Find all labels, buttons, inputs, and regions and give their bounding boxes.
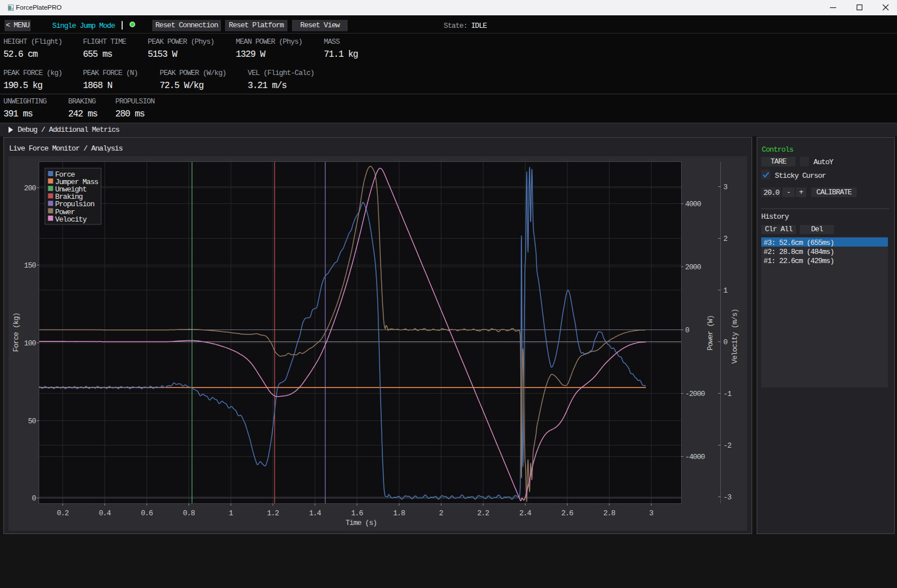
svg-text:Force (kg): Force (kg) xyxy=(12,313,20,352)
svg-text:Velocity (m/s): Velocity (m/s) xyxy=(731,309,739,364)
svg-text:1.8: 1.8 xyxy=(393,509,405,518)
svg-text:0: 0 xyxy=(685,326,689,335)
svg-text:2.6: 2.6 xyxy=(561,509,573,518)
svg-text:100: 100 xyxy=(24,339,36,348)
svg-text:2.8: 2.8 xyxy=(603,509,615,518)
svg-text:1.6: 1.6 xyxy=(351,509,363,518)
svg-text:1.2: 1.2 xyxy=(267,509,279,518)
svg-text:-1: -1 xyxy=(723,390,732,398)
svg-text:Velocity: Velocity xyxy=(55,215,87,224)
svg-text:0: 0 xyxy=(32,494,36,503)
svg-text:50: 50 xyxy=(28,417,36,426)
svg-text:Time (s): Time (s) xyxy=(345,519,377,527)
svg-text:0: 0 xyxy=(723,338,727,347)
svg-text:0.2: 0.2 xyxy=(57,509,69,518)
svg-text:-2000: -2000 xyxy=(685,390,705,398)
svg-text:1: 1 xyxy=(723,286,728,295)
svg-text:4000: 4000 xyxy=(685,200,701,208)
svg-text:1.4: 1.4 xyxy=(309,509,322,518)
svg-text:3: 3 xyxy=(649,509,653,518)
svg-text:3: 3 xyxy=(723,183,727,191)
svg-text:2.4: 2.4 xyxy=(519,509,532,518)
svg-text:Power (W): Power (W) xyxy=(706,315,715,351)
svg-text:1: 1 xyxy=(229,509,233,518)
svg-text:150: 150 xyxy=(24,261,36,270)
svg-text:-4000: -4000 xyxy=(685,453,705,461)
svg-text:2.2: 2.2 xyxy=(477,509,489,518)
svg-text:-3: -3 xyxy=(723,493,731,502)
svg-text:2: 2 xyxy=(439,509,443,518)
svg-text:200: 200 xyxy=(24,184,36,193)
svg-text:2000: 2000 xyxy=(685,263,701,272)
svg-text:0.4: 0.4 xyxy=(99,509,111,518)
svg-text:0.8: 0.8 xyxy=(183,509,195,518)
svg-text:2: 2 xyxy=(723,235,727,243)
svg-text:-2: -2 xyxy=(723,441,731,450)
svg-text:0.6: 0.6 xyxy=(141,509,153,518)
